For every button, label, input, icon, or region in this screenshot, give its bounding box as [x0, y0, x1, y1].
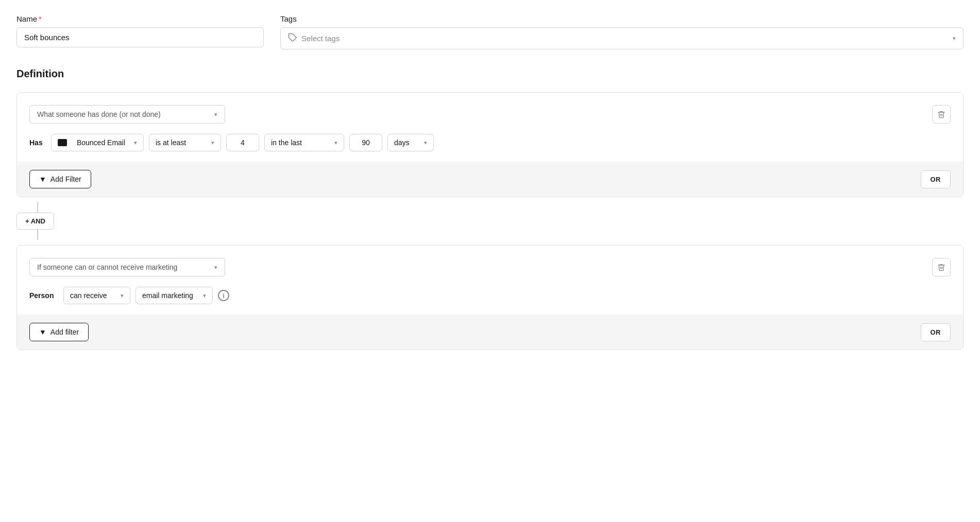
has-label: Has [29, 138, 46, 147]
add-filter-icon: ▼ [39, 175, 46, 183]
name-input[interactable] [16, 27, 264, 47]
add-filter-2-label: Add filter [50, 328, 79, 336]
can-receive-label: can receive [70, 291, 107, 300]
days-dropdown[interactable]: days ▾ [387, 134, 434, 151]
can-receive-chevron: ▾ [121, 292, 124, 299]
is-at-least-chevron: ▾ [211, 140, 214, 146]
info-icon[interactable]: i [218, 290, 229, 301]
person-label: Person [29, 291, 58, 300]
add-filter-1-button[interactable]: ▼ Add Filter [29, 170, 91, 188]
bounced-email-label: Bounced Email [77, 138, 125, 147]
days-number-input[interactable] [349, 134, 382, 151]
tags-label: Tags [280, 14, 964, 23]
days-chevron: ▾ [424, 140, 427, 146]
condition-type-chevron-2: ▾ [214, 264, 217, 271]
condition-type-label-2: If someone can or cannot receive marketi… [37, 263, 177, 271]
is-at-least-dropdown[interactable]: is at least ▾ [149, 134, 221, 151]
tags-placeholder: Select tags [301, 34, 340, 43]
days-label: days [394, 138, 410, 147]
add-filter-1-label: Add Filter [50, 175, 81, 183]
delete-condition-1-button[interactable] [932, 105, 951, 124]
condition-type-chevron-1: ▾ [214, 111, 217, 118]
add-filter-2-button[interactable]: ▼ Add filter [29, 323, 89, 341]
in-the-last-chevron: ▾ [334, 140, 337, 146]
email-marketing-dropdown[interactable]: email marketing ▾ [136, 287, 213, 304]
condition-block-2: If someone can or cannot receive marketi… [16, 245, 964, 350]
definition-title: Definition [16, 68, 964, 80]
condition-type-label-1: What someone has done (or not done) [37, 110, 161, 118]
tag-icon [288, 33, 297, 44]
bounced-email-icon [58, 139, 67, 146]
required-indicator: * [39, 14, 42, 23]
email-marketing-label: email marketing [142, 291, 193, 300]
in-the-last-dropdown[interactable]: in the last ▾ [264, 134, 344, 151]
email-marketing-chevron: ▾ [203, 292, 206, 299]
delete-condition-2-button[interactable] [932, 258, 951, 276]
condition-type-select-2[interactable]: If someone can or cannot receive marketi… [29, 258, 225, 276]
condition-block-1: What someone has done (or not done) ▾ Ha… [16, 92, 964, 197]
add-filter-2-icon: ▼ [39, 328, 46, 336]
or-2-button[interactable]: OR [921, 323, 951, 341]
name-label: Name* [16, 14, 264, 23]
bounced-email-chevron: ▾ [134, 140, 137, 146]
condition-type-select-1[interactable]: What someone has done (or not done) ▾ [29, 105, 225, 124]
in-the-last-label: in the last [271, 138, 302, 147]
is-at-least-label: is at least [156, 138, 186, 147]
or-1-button[interactable]: OR [921, 170, 951, 188]
tags-select[interactable]: Select tags ▾ [280, 27, 964, 49]
and-button[interactable]: + AND [16, 213, 54, 230]
can-receive-dropdown[interactable]: can receive ▾ [63, 287, 130, 304]
count-input[interactable] [226, 134, 259, 151]
tags-chevron-icon: ▾ [953, 35, 956, 42]
bounced-email-dropdown[interactable]: Bounced Email ▾ [51, 134, 144, 151]
and-section: + AND [16, 197, 964, 245]
